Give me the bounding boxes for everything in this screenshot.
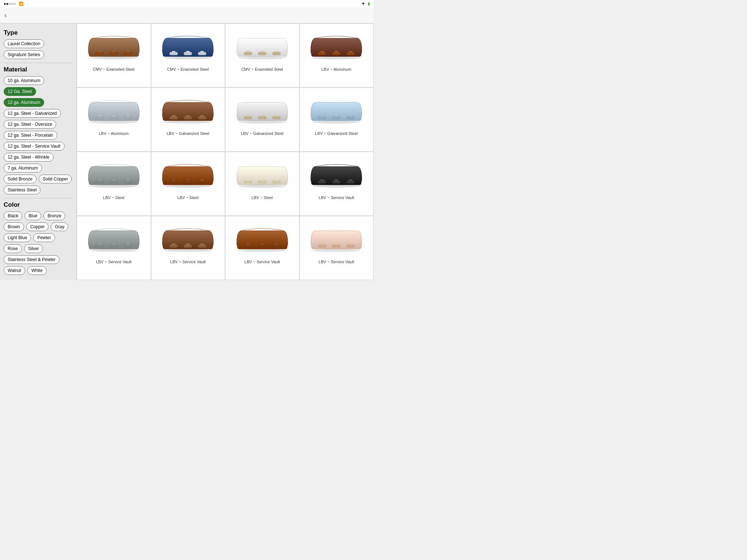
product-image (228, 27, 297, 64)
product-name: CMV ~ Enameled Steel (93, 67, 135, 72)
chip-color-6[interactable]: Light Blue (4, 233, 31, 242)
svg-rect-31 (112, 115, 116, 117)
product-cell[interactable]: LBV ~ Service Vault (299, 216, 374, 280)
chip-material-10[interactable]: Solid Copper (39, 175, 72, 183)
product-cell[interactable]: LBV ~ Aluminum (299, 23, 374, 88)
product-name: LBV ~ Service Vault (96, 259, 131, 264)
product-cell[interactable]: LBV ~ Service Vault (299, 152, 374, 216)
svg-rect-81 (347, 180, 355, 183)
chip-material-0[interactable]: 10 ga. Aluminum (4, 76, 44, 85)
product-image (302, 156, 371, 192)
svg-rect-24 (334, 51, 338, 52)
nav-bar: ‹ (0, 7, 374, 23)
product-cell[interactable]: CMV ~ Enameled Steel (151, 23, 225, 88)
svg-rect-16 (258, 52, 266, 55)
product-name: LBV ~ Galvanized Steel (315, 131, 358, 136)
chip-type-1[interactable]: Signature Series (4, 50, 44, 59)
chip-material-1[interactable]: 12 Ga. Steel (4, 87, 36, 96)
chip-color-10[interactable]: Stainless Steel & Pewter (4, 255, 59, 264)
svg-rect-30 (110, 116, 118, 119)
svg-rect-94 (186, 244, 190, 245)
svg-rect-88 (124, 245, 132, 248)
svg-rect-54 (349, 115, 352, 117)
chip-material-7[interactable]: 12 ga. Steel - Wrinkle (4, 153, 54, 162)
chip-color-0[interactable]: Black (4, 211, 22, 220)
svg-rect-12 (200, 51, 204, 52)
svg-point-6 (90, 57, 138, 59)
product-cell[interactable]: LBV ~ Service Vault (77, 216, 151, 280)
chip-color-3[interactable]: Brown (4, 222, 24, 231)
chip-color-7[interactable]: Pewter (33, 233, 55, 242)
chip-color-12[interactable]: White (27, 266, 47, 275)
svg-rect-42 (244, 116, 252, 119)
signal-dots: ●●○○○ (4, 1, 16, 6)
chip-color-8[interactable]: Rose (4, 244, 22, 253)
svg-point-13 (164, 57, 212, 59)
svg-rect-9 (184, 52, 192, 55)
product-cell[interactable]: CMV ~ Enameled Steel (77, 23, 151, 88)
svg-rect-77 (318, 180, 326, 183)
svg-point-55 (313, 121, 360, 124)
chip-type-0[interactable]: Laurel Collection (4, 39, 44, 48)
product-image (154, 156, 223, 192)
svg-rect-2 (110, 52, 118, 55)
product-name: LBV ~ Steel (252, 195, 273, 200)
chip-material-6[interactable]: 12 ga. Steel - Service Vault (4, 142, 65, 151)
chip-material-3[interactable]: 12 ga. Steel - Galvanized (4, 109, 61, 118)
product-name: LBV ~ Steel (103, 195, 124, 200)
svg-rect-3 (112, 51, 116, 52)
svg-rect-80 (334, 179, 338, 181)
divider-0 (4, 63, 73, 63)
chip-color-1[interactable]: Blue (24, 211, 41, 220)
chip-color-11[interactable]: Walnut (4, 266, 25, 275)
product-cell[interactable]: LBV ~ Galvanized Steel (299, 88, 374, 152)
svg-point-34 (90, 121, 138, 124)
product-image (302, 27, 371, 64)
svg-rect-43 (246, 115, 250, 117)
chip-material-5[interactable]: 12 ga. Steel - Porcelain (4, 131, 57, 140)
chip-material-9[interactable]: Solid Bronze (4, 175, 36, 183)
svg-point-76 (239, 185, 286, 188)
svg-rect-86 (110, 245, 118, 248)
product-cell[interactable]: LBV ~ Aluminum (77, 88, 151, 152)
svg-rect-105 (318, 245, 326, 248)
product-cell[interactable]: CMV ~ Enameled Steel (225, 23, 299, 88)
svg-rect-21 (318, 52, 326, 55)
section-title-type: Type (4, 29, 73, 36)
filter-chips-type: Laurel CollectionSignature Series (4, 39, 73, 59)
product-image (154, 92, 223, 128)
product-cell[interactable]: LBV ~ Service Vault (225, 216, 299, 280)
battery-icon: ▮ (368, 1, 370, 6)
product-image (228, 156, 297, 192)
svg-rect-19 (275, 51, 278, 52)
product-cell[interactable]: LBV ~ Steel (77, 152, 151, 216)
svg-point-41 (164, 121, 212, 124)
chip-material-2[interactable]: 12 ga. Aluminum (4, 98, 44, 107)
chip-material-11[interactable]: Stainless Steel (4, 186, 40, 194)
chip-material-8[interactable]: 7 ga. Aluminum (4, 164, 42, 172)
product-image (79, 27, 148, 64)
product-cell[interactable]: LBV ~ Service Vault (151, 216, 225, 280)
svg-rect-38 (186, 115, 190, 117)
svg-rect-45 (260, 115, 264, 117)
product-image (228, 220, 297, 256)
product-name: LBV ~ Aluminum (99, 131, 129, 136)
svg-rect-75 (275, 179, 278, 181)
svg-rect-14 (244, 52, 252, 55)
product-cell[interactable]: LBV ~ Steel (151, 152, 225, 216)
svg-rect-1 (98, 51, 101, 52)
svg-rect-50 (320, 115, 324, 117)
chip-color-2[interactable]: Bronze (43, 211, 65, 220)
svg-rect-35 (170, 116, 178, 119)
svg-rect-36 (172, 115, 175, 117)
chip-color-9[interactable]: Silver (24, 244, 43, 253)
chip-color-5[interactable]: Gray (51, 222, 68, 231)
back-button[interactable]: ‹ (4, 11, 8, 19)
chip-color-4[interactable]: Copper (26, 222, 49, 231)
product-cell[interactable]: LBV ~ Galvanized Steel (151, 88, 225, 152)
svg-rect-26 (349, 51, 352, 52)
product-cell[interactable]: LBV ~ Steel (225, 152, 299, 216)
chip-material-4[interactable]: 12 ga. Steel - Oversize (4, 120, 56, 129)
product-cell[interactable]: LBV ~ Galvanized Steel (225, 88, 299, 152)
svg-rect-28 (96, 116, 104, 119)
